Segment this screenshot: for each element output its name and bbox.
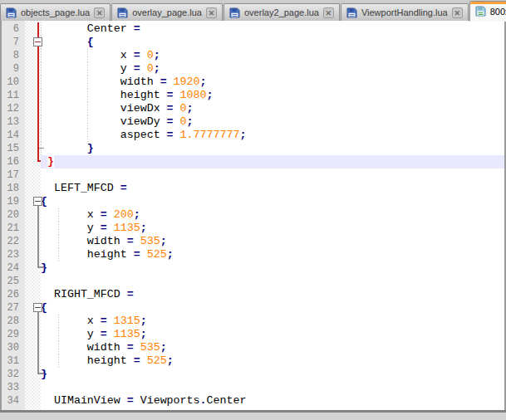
fold-guide-line[interactable] [37,129,39,142]
code-line[interactable]: 27{ [2,301,504,315]
line-number[interactable]: 16 [2,155,25,168]
code-line[interactable]: 17 [2,168,504,182]
line-number[interactable]: 30 [2,341,25,354]
line-number[interactable]: 20 [2,208,25,222]
code-text[interactable]: width = 535; [41,235,504,248]
code-text[interactable]: } [41,368,504,381]
code-line[interactable]: 22 width = 535; [2,235,504,248]
line-number[interactable]: 28 [2,315,25,328]
code-line[interactable]: 33 [2,381,504,394]
line-number[interactable]: 29 [2,328,25,341]
code-line[interactable]: 24} [2,261,504,275]
code-text[interactable]: { [41,195,504,208]
line-number[interactable]: 18 [2,182,25,195]
line-number[interactable]: 17 [2,168,25,182]
code-text[interactable]: height = 525; [41,248,504,261]
code-text[interactable]: { [41,36,504,49]
code-line[interactable]: 6 Center = [2,22,504,36]
tab-800x600-lua[interactable]: 800x600.lua✕ [469,1,506,22]
tab-overlay2-page-lua[interactable]: overlay2_page.lua✕ [224,3,340,21]
code-text[interactable]: height = 525; [41,354,504,368]
code-text[interactable]: y = 1135; [41,328,504,341]
code-text[interactable]: aspect = 1.7777777; [41,129,504,142]
line-number[interactable]: 13 [2,115,25,129]
line-number[interactable]: 9 [2,62,25,76]
code-line[interactable]: 19{ [2,195,504,208]
code-text[interactable]: LEFT_MFCD = [41,182,504,195]
fold-guide-line[interactable] [37,89,39,102]
code-text[interactable] [41,168,504,182]
code-text[interactable]: viewDy = 0; [41,115,504,129]
code-line[interactable]: 23 height = 525; [2,248,504,261]
code-line[interactable]: 32} [2,368,504,381]
code-text[interactable]: width = 535; [41,341,504,354]
code-line[interactable]: 13 viewDy = 0; [2,115,504,129]
line-number[interactable]: 22 [2,235,25,248]
code-text[interactable]: { [41,301,504,315]
code-line[interactable]: 12 viewDx = 0; [2,102,504,115]
tab-objects-page-lua[interactable]: objects_page.lua✕ [0,3,111,21]
fold-guide-line[interactable] [37,76,39,89]
code-line[interactable]: 34 UIMainView = Viewports.Center [2,394,504,408]
code-text[interactable]: y = 1135; [41,222,504,235]
code-line[interactable]: 29 y = 1135; [2,328,504,341]
line-number[interactable]: 27 [2,301,25,315]
fold-guide-line[interactable] [37,49,39,62]
code-line[interactable]: 31 height = 525; [2,354,504,368]
code-line[interactable]: 8 x = 0; [2,49,504,62]
code-line[interactable]: 16 } [2,155,504,168]
code-line[interactable]: 30 width = 535; [2,341,504,354]
code-text[interactable]: height = 1080; [41,89,504,102]
line-number[interactable]: 11 [2,89,25,102]
code-text[interactable]: } [41,155,504,168]
tab-viewporthandling-lua[interactable]: ViewportHandling.lua✕ [341,3,469,21]
line-number[interactable]: 6 [2,22,25,36]
fold-collapse-icon[interactable] [33,303,42,312]
code-text[interactable]: width = 1920; [41,76,504,89]
code-text[interactable]: RIGHT_MFCD = [41,288,504,301]
fold-guide-line[interactable] [37,62,39,76]
line-number[interactable]: 31 [2,354,25,368]
line-number[interactable]: 14 [2,129,25,142]
code-text[interactable]: UIMainView = Viewports.Center [41,394,504,408]
fold-collapse-icon[interactable] [33,197,42,206]
line-number[interactable]: 19 [2,195,25,208]
line-number[interactable]: 8 [2,49,25,62]
code-line[interactable]: 21 y = 1135; [2,222,504,235]
fold-margin-cell[interactable] [25,36,41,49]
fold-margin-cell[interactable] [25,301,41,315]
code-text[interactable]: Center = [41,22,504,36]
tab-close-button[interactable]: ✕ [206,7,217,18]
line-number[interactable]: 25 [2,275,25,288]
line-number[interactable]: 24 [2,261,25,275]
line-number[interactable]: 26 [2,288,25,301]
fold-guide-line[interactable] [37,22,39,36]
code-line[interactable]: 20 x = 200; [2,208,504,222]
fold-guide-line[interactable] [37,115,39,129]
code-line[interactable]: 11 height = 1080; [2,89,504,102]
code-text[interactable] [41,381,504,394]
fold-guide-line[interactable] [37,102,39,115]
line-number[interactable]: 21 [2,222,25,235]
code-line[interactable]: 15 } [2,142,504,155]
tab-close-button[interactable]: ✕ [323,7,334,18]
code-line[interactable]: 10 width = 1920; [2,76,504,89]
code-text[interactable]: x = 200; [41,208,504,222]
code-text[interactable]: } [41,142,504,155]
code-line[interactable]: 28 x = 1315; [2,315,504,328]
line-number[interactable]: 7 [2,36,25,49]
code-editor[interactable]: 6 Center =7 {8 x = 0;9 y = 0;10 width = … [0,21,506,410]
fold-margin-cell[interactable] [25,195,41,208]
code-text[interactable]: y = 0; [41,62,504,76]
tab-overlay-page-lua[interactable]: overlay_page.lua✕ [111,3,223,21]
line-number[interactable]: 15 [2,142,25,155]
code-text[interactable]: viewDx = 0; [41,102,504,115]
code-line[interactable]: 18 LEFT_MFCD = [2,182,504,195]
fold-collapse-icon[interactable] [33,37,42,46]
line-number[interactable]: 12 [2,102,25,115]
code-line[interactable]: 26 RIGHT_MFCD = [2,288,504,301]
line-number[interactable]: 10 [2,76,25,89]
tab-close-button[interactable]: ✕ [452,7,463,18]
line-number[interactable]: 32 [2,368,25,381]
code-line[interactable]: 7 { [2,36,504,49]
